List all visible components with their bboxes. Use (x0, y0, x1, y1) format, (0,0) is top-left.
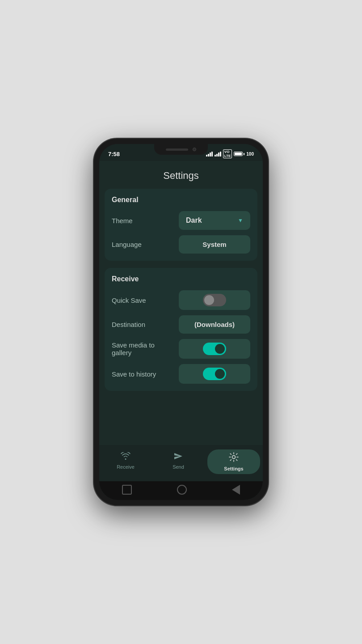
save-media-thumb (215, 344, 225, 354)
quick-save-toggle-container (179, 290, 250, 310)
signal-bar-3 (210, 153, 211, 157)
quick-save-thumb (204, 295, 214, 305)
theme-dropdown[interactable]: Dark ▼ (179, 211, 250, 230)
general-section-title: General (112, 196, 250, 204)
volt-badge: VOLTE (223, 149, 232, 158)
signal-bar-1 (206, 155, 207, 157)
language-value: System (202, 241, 226, 248)
send-icon (173, 452, 183, 462)
notch (154, 144, 208, 155)
home-bar (99, 481, 263, 500)
save-media-toggle[interactable] (203, 343, 226, 355)
nav-item-settings[interactable]: Settings (207, 449, 260, 474)
chevron-down-icon: ▼ (238, 217, 243, 224)
screen-content: Settings General Theme Dark ▼ Language S… (99, 161, 263, 445)
theme-label: Theme (112, 217, 179, 225)
language-button[interactable]: System (179, 235, 250, 254)
language-label: Language (112, 241, 179, 248)
destination-label: Destination (112, 321, 179, 328)
theme-value: Dark (186, 216, 202, 225)
signal-bar-4 (211, 152, 213, 157)
receive-section: Receive Quick Save Destination ( (105, 268, 257, 391)
save-history-label: Save to history (112, 370, 179, 378)
theme-row: Theme Dark ▼ (112, 211, 250, 230)
quick-save-toggle[interactable] (203, 294, 226, 306)
recents-button[interactable] (232, 485, 240, 495)
nav-send-label: Send (173, 464, 184, 470)
camera (193, 148, 196, 151)
status-time: 7:58 (108, 151, 120, 157)
nav-item-receive[interactable]: Receive (99, 449, 152, 474)
battery-icon (234, 152, 244, 156)
speaker (166, 148, 188, 151)
signal-bar-7 (218, 153, 219, 157)
save-media-label: Save media to gallery (112, 341, 179, 356)
quick-save-label: Quick Save (112, 297, 179, 304)
page-title: Settings (99, 161, 263, 189)
signal-bar-8 (220, 152, 221, 157)
save-media-row: Save media to gallery (112, 339, 250, 359)
signal-bars (206, 152, 213, 157)
quick-save-row: Quick Save (112, 290, 250, 310)
nav-settings-label: Settings (224, 466, 243, 471)
wifi-icon (121, 452, 130, 462)
save-history-row: Save to history (112, 364, 250, 384)
nav-receive-label: Receive (117, 464, 135, 470)
nav-item-send[interactable]: Send (152, 449, 205, 474)
general-section: General Theme Dark ▼ Language System (105, 189, 257, 261)
back-button[interactable] (122, 485, 132, 495)
save-history-toggle-container (179, 364, 250, 384)
save-history-toggle[interactable] (203, 368, 226, 380)
signal-bar-6 (216, 154, 218, 157)
phone-screen: 7:58 VOLTE (99, 144, 263, 500)
destination-button[interactable]: (Downloads) (179, 315, 250, 334)
status-icons: VOLTE 100 (206, 149, 254, 158)
save-media-toggle-container (179, 339, 250, 359)
signal-bar-2 (208, 154, 209, 157)
home-button[interactable] (177, 485, 187, 495)
save-history-thumb (215, 369, 225, 379)
signal-bar-5 (215, 155, 216, 157)
svg-point-0 (232, 456, 236, 459)
receive-section-title: Receive (112, 275, 250, 283)
battery-percent: 100 (246, 152, 254, 157)
phone-frame: 7:58 VOLTE (94, 139, 268, 505)
destination-value: (Downloads) (194, 321, 235, 328)
destination-row: Destination (Downloads) (112, 315, 250, 334)
bottom-nav: Receive Send Settings (99, 445, 263, 481)
signal-bars-2 (215, 152, 221, 157)
language-row: Language System (112, 235, 250, 254)
gear-icon (229, 452, 239, 464)
